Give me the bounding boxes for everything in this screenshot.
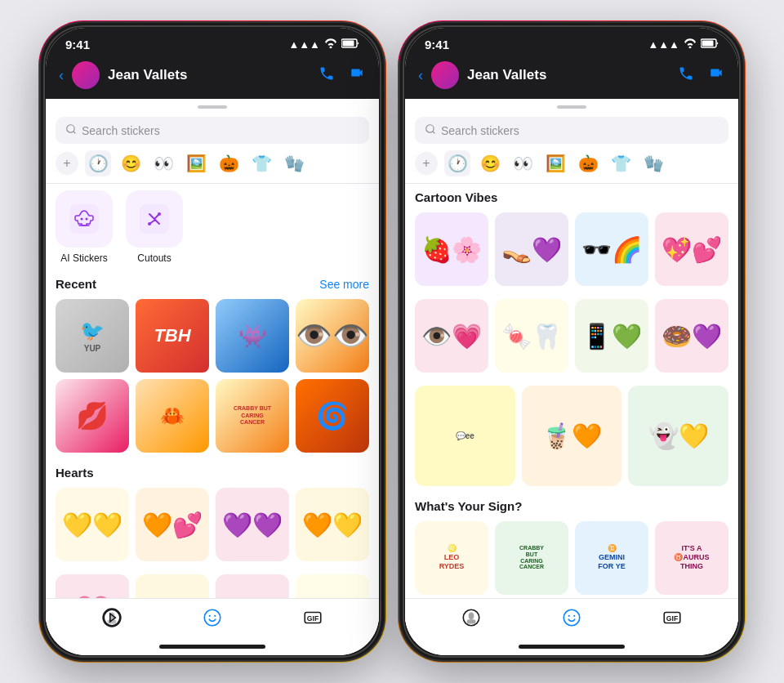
cutouts-item[interactable]: Cutouts [126,190,183,264]
cartoon-3[interactable]: 🕶️🌈 [575,212,648,286]
tab-r2[interactable]: 😊 [477,150,503,176]
cartoon-8[interactable]: 🍩💜 [655,299,728,373]
tab-r6[interactable]: 👕 [608,150,634,176]
category-tabs-left: + 🕐 😊 👀 🖼️ 🎃 👕 🧤 [46,150,379,184]
tab-r3[interactable]: 👀 [510,150,536,176]
sticker-panel-left: Search stickers + 🕐 😊 👀 🖼️ 🎃 👕 🧤 [46,99,379,655]
sticker-lips[interactable]: 💋 [56,379,129,453]
tab-r5[interactable]: 🎃 [575,150,601,176]
tab-emoji5-left[interactable]: 👕 [248,150,274,176]
nav-bar-right: ‹ Jean Vallets [405,55,738,99]
hearts-sticker-7[interactable]: ❤️🔥 [216,574,289,598]
sticker-eyes[interactable]: 👁️👁️ [296,299,369,373]
sign-leo[interactable]: ♌LEORYDES [415,521,488,595]
svg-rect-3 [69,204,99,234]
sign-cancer[interactable]: CRABBYBUTCARINGCANCER [495,521,568,595]
tab-emoji1-left[interactable]: 😊 [118,150,144,176]
toolbar-gif-btn-right[interactable]: GIF [662,607,683,628]
tab-emoji6-left[interactable]: 🧤 [281,150,307,176]
cartoon-9[interactable]: 💬ee [415,386,515,486]
cutouts-icon [126,190,183,248]
sticker-content-left[interactable]: AI Stickers Cutouts [46,184,379,598]
battery-icon-right [701,38,719,51]
hearts-sticker-4[interactable]: 🧡💛 [296,488,369,561]
signal-icon: ▲▲▲ [288,38,320,51]
call-icon-left[interactable] [318,65,335,86]
sticker-swirl[interactable]: 🌀 [296,379,369,453]
sticker-content-right[interactable]: Cartoon Vibes 🍓🌸 👡💜 🕶️🌈 💖💕 👁️💗 🍬🦷 📱💚 🍩💜 [405,184,738,598]
hearts-sticker-3[interactable]: 💜💜 [216,488,289,561]
tab-recent-left[interactable]: 🕐 [85,150,111,176]
sign-taurus[interactable]: IT'S A♉AURUSTHING [655,521,728,595]
toolbar-sticker-btn-right[interactable] [561,607,582,628]
sticker-tbh[interactable]: TBH [136,299,209,373]
call-icon-right[interactable] [678,65,694,86]
cartoon-6[interactable]: 🍬🦷 [495,299,568,373]
hearts-title: Hearts [56,466,94,480]
sign-title: What's Your Sign? [415,499,522,513]
tab-emoji4-left[interactable]: 🎃 [216,150,242,176]
drag-handle-right [557,105,586,109]
video-icon-right[interactable] [707,65,725,86]
back-button-right[interactable]: ‹ [418,67,423,84]
cartoon-7[interactable]: 📱💚 [575,299,648,373]
tab-emoji3-left[interactable]: 🖼️ [183,150,209,176]
status-bar-right: 9:41 ▲▲▲ [405,28,738,55]
cutouts-label: Cutouts [137,252,171,264]
toolbar-sticker-btn[interactable] [202,607,223,628]
search-bar-right[interactable]: Search stickers [415,117,728,144]
battery-icon [341,38,359,51]
tab-add-right[interactable]: + [415,152,438,175]
svg-point-7 [148,222,151,225]
toolbar-mask-btn-right[interactable] [461,607,482,628]
tab-recent-right[interactable]: 🕐 [444,150,470,176]
see-more-button[interactable]: See more [319,278,369,291]
sticker-pigeon-yup[interactable]: 🐦 YUP [56,299,129,373]
nav-title-right: Jean Vallets [467,67,670,83]
cartoon-vibes-title: Cartoon Vibes [415,190,497,204]
cartoon-vibes-header: Cartoon Vibes [415,190,728,204]
search-icon-right [425,123,436,137]
home-indicator-right [519,645,625,649]
hearts-sticker-1[interactable]: 💛💛 [56,488,129,561]
svg-point-2 [67,125,74,132]
hearts-sticker-2[interactable]: 🧡💕 [136,488,209,561]
cartoon-grid-2: 👁️💗 🍬🦷 📱💚 🍩💜 [415,299,728,373]
svg-point-23 [573,615,575,617]
cartoon-10[interactable]: 🧋🧡 [522,386,622,486]
sticker-blue-monster[interactable]: 👾 [216,299,289,373]
search-placeholder-left: Search stickers [82,124,160,137]
cartoon-grid-3: 💬ee 🧋🧡 👻💛 [415,386,728,486]
tab-r4[interactable]: 🖼️ [542,150,568,176]
ai-stickers-item[interactable]: AI Stickers [56,190,113,264]
sticker-orange-char[interactable]: 🦀 [136,379,209,453]
toolbar-gif-btn[interactable]: GIF [302,607,323,628]
wifi-icon [324,38,337,51]
back-button-left[interactable]: ‹ [59,67,64,84]
hearts-sticker-8[interactable]: 💛😊 [296,574,369,598]
cartoon-1[interactable]: 🍓🌸 [415,212,488,286]
cartoon-5[interactable]: 👁️💗 [415,299,488,373]
tab-r7[interactable]: 🧤 [640,150,666,176]
ai-stickers-icon [56,190,113,248]
phone-screen-left: 9:41 ▲▲▲ [46,28,379,655]
svg-point-22 [568,615,570,617]
svg-rect-17 [702,41,714,47]
cartoon-4[interactable]: 💖💕 [655,212,728,286]
tab-add-left[interactable]: + [56,152,78,175]
recent-grid: 🐦 YUP TBH 👾 👁️👁️ [56,299,369,453]
cartoon-2[interactable]: 👡💜 [495,212,568,286]
cartoon-11[interactable]: 👻💛 [628,386,728,486]
toolbar-mask-btn[interactable] [101,607,122,628]
video-icon-left[interactable] [348,65,366,86]
search-bar-left[interactable]: Search stickers [56,117,369,144]
tab-emoji2-left[interactable]: 👀 [150,150,176,176]
svg-text:GIF: GIF [666,614,677,623]
bottom-toolbar-left: GIF [46,598,379,641]
svg-rect-20 [467,619,476,623]
category-tabs-right: + 🕐 😊 👀 🖼️ 🎃 👕 🧤 [405,150,738,184]
hearts-sticker-6[interactable]: 🧡😍 [136,574,209,598]
hearts-sticker-5[interactable]: 💗 [56,574,129,598]
sign-gemini[interactable]: ♊GEMINIFOR YE [575,521,648,595]
sticker-crabby[interactable]: CRABBY BUTCARINGCANCER [216,379,289,453]
